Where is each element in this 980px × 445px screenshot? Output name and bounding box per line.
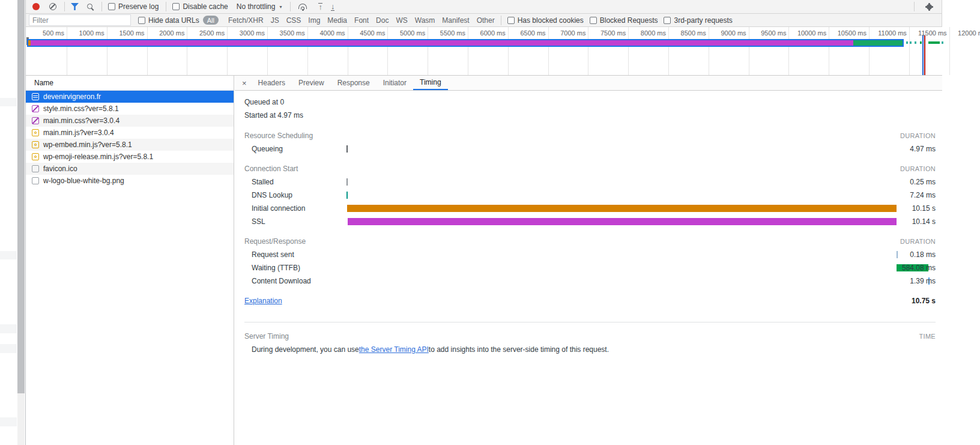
checkbox-icon xyxy=(590,17,597,24)
checkbox-icon xyxy=(138,17,145,24)
timing-duration-value: 10.14 s xyxy=(912,215,936,228)
duration-column-header: DURATION xyxy=(900,235,936,248)
timing-row: Content Download1.39 ms xyxy=(235,274,942,288)
requests-panel: Name devenirvigneron.frstyle.min.css?ver… xyxy=(26,76,234,445)
time-column-header: TIME xyxy=(919,330,936,343)
server-timing-header: Server Timing TIME xyxy=(235,330,942,343)
request-name: favicon.ico xyxy=(43,165,77,173)
timeline-tick-label: 3000 ms xyxy=(228,29,265,37)
timing-sections: Resource SchedulingDURATIONQueueing4.97 … xyxy=(235,129,942,288)
close-icon[interactable]: × xyxy=(242,79,247,88)
filter-type-manifest[interactable]: Manifest xyxy=(438,16,473,25)
filter-type-font[interactable]: Font xyxy=(351,16,372,25)
scrollbar-thumb[interactable] xyxy=(17,0,25,393)
page-fragment xyxy=(0,98,17,106)
disable-cache-checkbox[interactable]: Disable cache xyxy=(172,2,228,11)
request-name: style.min.css?ver=5.8.1 xyxy=(43,104,119,113)
timing-section: Resource SchedulingDURATIONQueueing4.97 … xyxy=(235,129,942,156)
tab-timing[interactable]: Timing xyxy=(413,76,448,90)
timing-section: Connection StartDURATIONStalled0.25 msDN… xyxy=(235,162,942,228)
request-row[interactable]: main.min.js?ver=3.0.4 xyxy=(26,127,234,139)
total-duration-value: 10.75 s xyxy=(912,294,936,307)
tab-preview[interactable]: Preview xyxy=(292,76,331,90)
request-row[interactable]: wp-embed.min.js?ver=5.8.1 xyxy=(26,139,234,151)
hide-data-urls-checkbox[interactable]: Hide data URLs xyxy=(138,16,199,25)
server-timing-api-link[interactable]: the Server Timing API xyxy=(359,345,429,354)
filter-icon[interactable] xyxy=(71,3,79,10)
request-row[interactable]: devenirvigneron.fr xyxy=(26,91,234,103)
script-icon xyxy=(32,129,39,136)
timing-phase-label: SSL xyxy=(252,215,265,228)
timing-duration-value: 0.18 ms xyxy=(910,248,936,261)
filter-checkbox-has-blocked-cookies[interactable]: Has blocked cookies xyxy=(507,16,584,25)
timing-row: Queueing4.97 ms xyxy=(235,142,942,156)
script-icon xyxy=(32,153,39,160)
timeline-tick-label: 9500 ms xyxy=(749,29,786,37)
hint-text-before: During development, you can use xyxy=(252,345,359,354)
throttling-dropdown[interactable]: No throttling ▾ xyxy=(237,2,282,11)
request-row[interactable]: wp-emoji-release.min.js?ver=5.8.1 xyxy=(26,151,234,163)
settings-gear-icon[interactable] xyxy=(925,3,933,11)
timing-section: Request/ResponseDURATIONRequest sent0.18… xyxy=(235,235,942,288)
explanation-link[interactable]: Explanation xyxy=(244,294,282,307)
timing-bar-track xyxy=(346,218,928,225)
request-row[interactable]: style.min.css?ver=5.8.1 xyxy=(26,103,234,115)
filter-checkbox-3rd-party-requests[interactable]: 3rd-party requests xyxy=(664,16,732,25)
timeline-tick-label: 11500 ms xyxy=(910,29,947,37)
filter-all-pill[interactable]: All xyxy=(203,16,219,25)
filter-checkbox-label: Has blocked cookies xyxy=(518,16,584,25)
timing-duration-value: 0.25 ms xyxy=(910,175,936,189)
timeline-tick-label: 12000 ms xyxy=(949,29,980,37)
import-har-icon[interactable]: ↑ xyxy=(318,3,322,11)
document-icon xyxy=(32,93,39,100)
tab-response[interactable]: Response xyxy=(331,76,377,90)
filter-type-fetch-xhr[interactable]: Fetch/XHR xyxy=(225,16,267,25)
filter-type-js[interactable]: JS xyxy=(267,16,283,25)
request-row[interactable]: w-logo-blue-white-bg.png xyxy=(26,175,234,187)
timing-phase-label: Queueing xyxy=(252,142,283,156)
filter-type-media[interactable]: Media xyxy=(324,16,351,25)
preserve-log-checkbox[interactable]: Preserve log xyxy=(108,2,159,11)
timeline-tick-label: 2000 ms xyxy=(147,29,184,37)
checkbox-icon xyxy=(664,17,671,24)
search-icon[interactable] xyxy=(86,3,94,11)
timing-section-title: Resource Scheduling xyxy=(244,129,313,142)
tab-initiator[interactable]: Initiator xyxy=(377,76,413,90)
filter-checkbox-blocked-requests[interactable]: Blocked Requests xyxy=(590,16,658,25)
request-row[interactable]: main.min.css?ver=3.0.4 xyxy=(26,115,234,127)
timing-bar xyxy=(348,218,897,225)
filter-type-wasm[interactable]: Wasm xyxy=(411,16,439,25)
load-event-line xyxy=(924,35,925,75)
timeline-tick-label: 1000 ms xyxy=(67,29,104,37)
overview-ssl-segment xyxy=(31,40,853,46)
network-conditions-icon[interactable] xyxy=(298,3,307,10)
timing-bar-track xyxy=(346,264,928,271)
export-har-icon[interactable]: ↓ xyxy=(331,3,335,11)
request-name: devenirvigneron.fr xyxy=(43,92,101,101)
timeline-tick-label: 8500 ms xyxy=(669,29,706,37)
timing-duration-value: 7.24 ms xyxy=(910,189,936,202)
name-column-header[interactable]: Name xyxy=(26,76,234,91)
timeline-tick-label: 10500 ms xyxy=(829,29,867,37)
tab-headers[interactable]: Headers xyxy=(252,76,292,90)
filter-type-css[interactable]: CSS xyxy=(283,16,305,25)
timeline-tick-label: 500 ms xyxy=(27,29,64,37)
record-icon[interactable] xyxy=(32,3,40,10)
domcontentloaded-event-line xyxy=(922,35,924,75)
timeline-tick-label: 7500 ms xyxy=(588,29,626,37)
timing-phase-label: DNS Lookup xyxy=(252,189,292,202)
timeline-overview[interactable]: 500 ms1000 ms1500 ms2000 ms2500 ms3000 m… xyxy=(26,27,980,75)
timing-phase-label: Request sent xyxy=(252,248,294,261)
timeline-tick-label: 4500 ms xyxy=(348,29,385,37)
filter-type-img[interactable]: Img xyxy=(304,16,324,25)
page-scrollbar[interactable] xyxy=(17,0,25,445)
stylesheet-icon xyxy=(32,105,39,112)
filter-type-doc[interactable]: Doc xyxy=(372,16,392,25)
filter-type-ws[interactable]: WS xyxy=(392,16,411,25)
clear-icon[interactable] xyxy=(49,3,56,10)
request-row[interactable]: favicon.ico xyxy=(26,163,234,175)
throttling-value: No throttling xyxy=(237,2,276,11)
filter-input[interactable] xyxy=(29,14,131,26)
filter-type-other[interactable]: Other xyxy=(473,16,498,25)
section-divider xyxy=(244,322,936,322)
